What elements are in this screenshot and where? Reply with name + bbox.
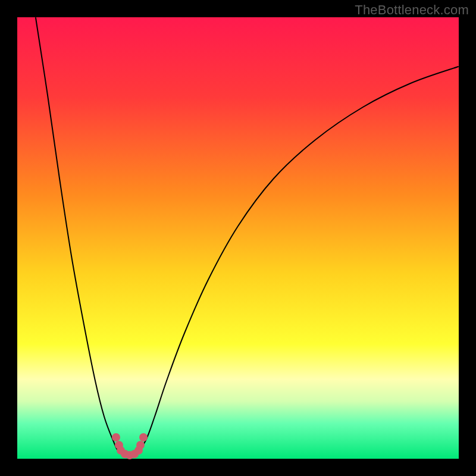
- trough-marker-dot: [139, 433, 148, 441]
- attribution-text: TheBottleneck.com: [355, 2, 469, 18]
- trough-marker-dot: [112, 433, 120, 441]
- chart-stage: TheBottleneck.com: [0, 0, 476, 476]
- plot-background: [17, 17, 459, 459]
- trough-marker-dot: [136, 441, 145, 449]
- bottleneck-chart: [0, 0, 476, 476]
